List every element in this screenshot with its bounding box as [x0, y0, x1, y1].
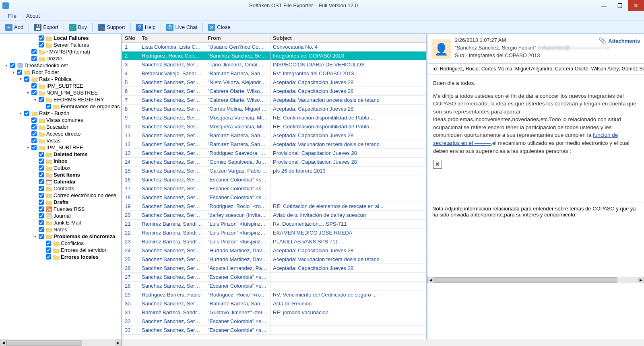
- tree-checkbox[interactable]: [39, 152, 44, 157]
- table-row[interactable]: 17Sanchez Sanchez, Sergio F..."Escaner C…: [122, 184, 426, 193]
- menu-about[interactable]: About: [21, 12, 45, 20]
- table-row[interactable]: 10Sanchez Sanchez, Sergio F..."Mosquera …: [122, 122, 426, 131]
- tree-item[interactable]: Outbox: [0, 165, 121, 171]
- scroll-left-icon[interactable]: ◀: [0, 340, 6, 346]
- livechat-button[interactable]: ✆Live Chat: [163, 22, 201, 33]
- tree-item[interactable]: ▾Root Folder: [0, 69, 121, 76]
- collapse-icon[interactable]: ▾: [25, 145, 31, 150]
- tree-checkbox[interactable]: [39, 193, 44, 198]
- tree-item[interactable]: Correo electrónico no dese: [0, 192, 121, 199]
- tree-checkbox[interactable]: [46, 104, 51, 109]
- scroll-right-icon[interactable]: ▶: [115, 340, 121, 346]
- tree-checkbox[interactable]: [39, 179, 44, 184]
- tree-checkbox[interactable]: [39, 206, 44, 212]
- tree-item[interactable]: ▾NON_IPM_SUBTREE: [0, 89, 121, 96]
- tree-checkbox[interactable]: [10, 63, 15, 68]
- tree-checkbox[interactable]: [39, 186, 44, 191]
- tree-checkbox[interactable]: [31, 56, 37, 61]
- folder-tree[interactable]: Local FailuresServer Failures~MAPISP(Int…: [0, 34, 122, 339]
- table-row[interactable]: 5Sanchez Sanchez, Sergio F..."Nieto Velo…: [122, 78, 426, 87]
- tree-checkbox[interactable]: [39, 35, 44, 41]
- buy-button[interactable]: 🛒Buy: [66, 22, 91, 33]
- tree-item[interactable]: ▾Raíz - Pública: [0, 76, 121, 82]
- tree-item[interactable]: Server Failures: [0, 41, 121, 48]
- tree-checkbox[interactable]: [31, 90, 37, 95]
- table-row[interactable]: 24Sanchez Sanchez, Sergio F..."Hurtado M…: [122, 246, 426, 255]
- table-row[interactable]: 15Sanchez Sanchez, Sergio F..."Garzon Va…: [122, 167, 426, 175]
- tree-item[interactable]: ▾EFORMS REGISTRY: [0, 96, 121, 103]
- close-window-button[interactable]: ✕: [628, 0, 644, 11]
- tree-item[interactable]: Deleted Items: [0, 151, 121, 158]
- table-row[interactable]: 28Sanchez Sanchez, Sergio F..."Escaner C…: [122, 282, 426, 290]
- tree-checkbox[interactable]: [46, 241, 51, 246]
- table-row[interactable]: 31Ramirez Barrera, Sandra ..."Gustavo Ji…: [122, 308, 426, 317]
- table-row[interactable]: 23Ramirez Barrera, Sandra ..."Luis Pinzo…: [122, 237, 426, 246]
- tree-item[interactable]: Notes: [0, 226, 121, 233]
- tree-checkbox[interactable]: [39, 220, 44, 225]
- collapse-icon[interactable]: ▾: [32, 97, 38, 103]
- tree-item[interactable]: Journal: [0, 212, 121, 219]
- tree-checkbox[interactable]: [39, 42, 44, 47]
- tree-item[interactable]: ~MAPISP(Internal): [0, 48, 121, 55]
- tree-checkbox[interactable]: [31, 124, 37, 130]
- tree-hscroll[interactable]: ◀ ▶: [0, 339, 122, 346]
- maximize-button[interactable]: ❐: [612, 0, 628, 11]
- tree-item[interactable]: Inbox: [0, 158, 121, 165]
- table-row[interactable]: 11Sanchez Sanchez, Sergio F..."Ramirez B…: [122, 131, 426, 140]
- tree-item[interactable]: Acceso directo: [0, 130, 121, 137]
- tree-checkbox[interactable]: [39, 227, 44, 232]
- preview-hscroll[interactable]: ◀ ▶: [427, 221, 644, 339]
- table-row[interactable]: 7Sanchez Sanchez, Sergio F..."Cabrera Ol…: [122, 96, 426, 105]
- collapse-icon[interactable]: ▾: [10, 70, 16, 75]
- tree-checkbox[interactable]: [31, 131, 37, 136]
- preview-body[interactable]: Buen dia a todos. Me dirijo a todos uste…: [427, 74, 644, 202]
- table-row[interactable]: 32Sanchez Sanchez, Sergio F..."Escaner C…: [122, 317, 426, 326]
- table-row[interactable]: 18Sanchez Sanchez, Sergio F..."Escaner C…: [122, 193, 426, 202]
- tree-checkbox[interactable]: [24, 111, 29, 116]
- close-button[interactable]: ✕Close: [204, 22, 234, 33]
- table-row[interactable]: 1Lista Colombia; Lista Colo..."Usuario G…: [122, 43, 426, 51]
- tree-checkbox[interactable]: [39, 97, 44, 102]
- col-header-sno[interactable]: SNo: [122, 34, 139, 42]
- tree-checkbox[interactable]: [46, 254, 51, 260]
- table-row[interactable]: 4Betancur Vallejo, Sandra ..."Ramirez Ba…: [122, 69, 426, 78]
- tree-item[interactable]: Drafts: [0, 199, 121, 206]
- table-row[interactable]: 9Sanchez Sanchez, Sergio F..."Mosquera V…: [122, 113, 426, 122]
- collapse-icon[interactable]: ▾: [3, 63, 9, 68]
- collapse-icon[interactable]: ▾: [25, 90, 31, 96]
- col-header-to[interactable]: To: [139, 34, 205, 42]
- tree-checkbox[interactable]: [31, 117, 37, 123]
- tree-item[interactable]: ▾D:\ost\outlookd.ost: [0, 62, 121, 69]
- add-button[interactable]: ＋Add: [2, 22, 27, 33]
- tree-checkbox[interactable]: [39, 200, 44, 205]
- tree-checkbox[interactable]: [46, 247, 51, 253]
- scroll-left-icon[interactable]: ◀: [427, 277, 434, 283]
- table-row[interactable]: 27Sanchez Sanchez, Sergio F..."Escaner C…: [122, 273, 426, 282]
- menu-file[interactable]: File: [3, 12, 21, 20]
- attachments-link[interactable]: 📎 Attachments: [599, 37, 640, 45]
- scroll-right-icon[interactable]: ▶: [638, 277, 644, 283]
- tree-item[interactable]: IPM_SUBTREE: [0, 82, 121, 89]
- tree-item[interactable]: Buscador: [0, 124, 121, 130]
- tree-item[interactable]: ▾Problemas de sincroniza: [0, 233, 121, 240]
- tree-checkbox[interactable]: [39, 234, 44, 239]
- tree-checkbox[interactable]: [31, 138, 37, 143]
- table-row[interactable]: 8Sanchez Sanchez, Sergio F..."Cortes Mol…: [122, 105, 426, 113]
- tree-item[interactable]: Conflictos: [0, 240, 121, 247]
- minimize-button[interactable]: —: [596, 0, 612, 11]
- table-row[interactable]: 3Sanchez Sanchez, Sergio F..."Tano Jimen…: [122, 60, 426, 69]
- table-row[interactable]: 29Rodriguez Barrera, Fabio"Rodriguez, Ro…: [122, 290, 426, 299]
- tree-item[interactable]: Sent Items: [0, 171, 121, 178]
- tree-item[interactable]: Errores del servidor: [0, 247, 121, 253]
- export-button[interactable]: 💾Export: [31, 22, 62, 33]
- collapse-icon[interactable]: ▾: [18, 76, 23, 82]
- table-row[interactable]: 6Sanchez Sanchez, Sergio F..."Cabrera Ol…: [122, 87, 426, 96]
- tree-checkbox[interactable]: [39, 172, 44, 177]
- table-row[interactable]: 2Rodriguez, Rocio; Cortes ..."Sanchez Sa…: [122, 51, 426, 60]
- tree-item[interactable]: Formularios de organizac: [0, 103, 121, 110]
- tree-item[interactable]: Drizzle: [0, 55, 121, 62]
- tree-checkbox[interactable]: [31, 49, 37, 54]
- help-button[interactable]: ?Help: [132, 22, 159, 33]
- tree-item[interactable]: Fuentes RSS: [0, 206, 121, 212]
- tree-checkbox[interactable]: [31, 83, 37, 89]
